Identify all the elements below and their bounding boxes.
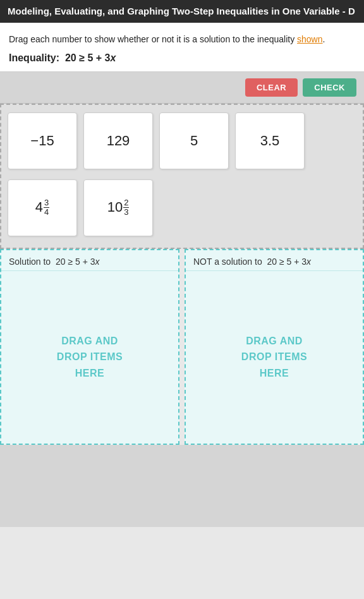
clear-button[interactable]: CLEAR [245, 78, 298, 97]
toolbar: CLEAR CHECK [0, 72, 364, 104]
solution-zone-label: Solution to 20 ≥ 5 + 3x [1, 250, 178, 271]
check-button[interactable]: CHECK [303, 78, 356, 97]
shown-link[interactable]: shown [297, 34, 322, 44]
tile-10and2over3[interactable]: 1023 [83, 179, 153, 236]
solution-drop-zone[interactable]: Solution to 20 ≥ 5 + 3x DRAG AND DROP IT… [0, 249, 179, 445]
instruction-body: Drag each number to show whether or not … [9, 34, 294, 44]
solution-zone-inner[interactable]: DRAG AND DROP ITEMS HERE [1, 271, 178, 444]
solution-drag-hint: DRAG AND DROP ITEMS HERE [57, 333, 123, 382]
page-header: Modeling, Evaluating, and Graphing Two-S… [0, 0, 364, 23]
page-title: Modeling, Evaluating, and Graphing Two-S… [8, 6, 355, 16]
instruction-box: Drag each number to show whether or not … [0, 23, 364, 72]
tile-5[interactable]: 5 [159, 112, 229, 169]
instruction-text: Drag each number to show whether or not … [9, 33, 355, 46]
not-solution-drag-hint: DRAG AND DROP ITEMS HERE [241, 333, 307, 382]
not-solution-drop-zone[interactable]: NOT a solution to 20 ≥ 5 + 3x DRAG AND D… [185, 249, 364, 445]
not-solution-zone-inner[interactable]: DRAG AND DROP ITEMS HERE [186, 271, 363, 444]
inequality-label: Inequality: [9, 52, 59, 63]
not-solution-zone-label: NOT a solution to 20 ≥ 5 + 3x [186, 250, 363, 271]
drop-zones-container: Solution to 20 ≥ 5 + 3x DRAG AND DROP IT… [0, 249, 364, 445]
inequality-line: Inequality: 20 ≥ 5 + 3x [9, 52, 355, 64]
tiles-area: −15 129 5 3.5 434 1023 [0, 104, 364, 249]
tile-neg15[interactable]: −15 [8, 112, 77, 169]
tile-3point5[interactable]: 3.5 [235, 112, 305, 169]
bottom-area [0, 445, 364, 527]
tile-129[interactable]: 129 [83, 112, 153, 169]
tile-4and3over4[interactable]: 434 [8, 179, 77, 236]
